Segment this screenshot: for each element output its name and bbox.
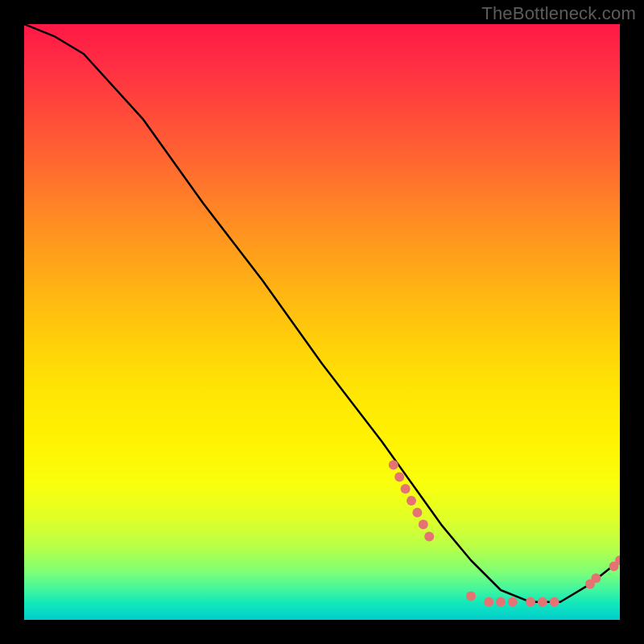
marker-cluster-left-b (394, 472, 404, 481)
marker-cluster-left-f (419, 520, 428, 530)
marker-cluster-left-a (389, 460, 398, 470)
marker-cluster-left-d (407, 496, 416, 506)
bottleneck-curve (24, 24, 620, 602)
marker-flat-b (484, 597, 493, 607)
marker-flat-a (466, 591, 476, 601)
marker-flat-f (538, 597, 547, 607)
marker-flat-d (508, 597, 518, 607)
marker-right-a (585, 580, 595, 589)
plot-area (24, 24, 620, 620)
marker-cluster-left-g (424, 531, 434, 541)
marker-right-b (591, 573, 601, 583)
marker-right-c (609, 561, 619, 571)
marker-cluster-left-e (412, 508, 422, 518)
marker-flat-c (496, 597, 506, 607)
marker-group (389, 460, 620, 607)
marker-flat-g (550, 597, 559, 607)
marker-cluster-left-c (401, 484, 411, 493)
chart-frame: TheBottleneck.com (0, 0, 644, 644)
watermark-text: TheBottleneck.com (481, 3, 636, 24)
marker-flat-e (526, 597, 535, 607)
chart-overlay (24, 24, 620, 620)
marker-right-d (615, 555, 620, 565)
